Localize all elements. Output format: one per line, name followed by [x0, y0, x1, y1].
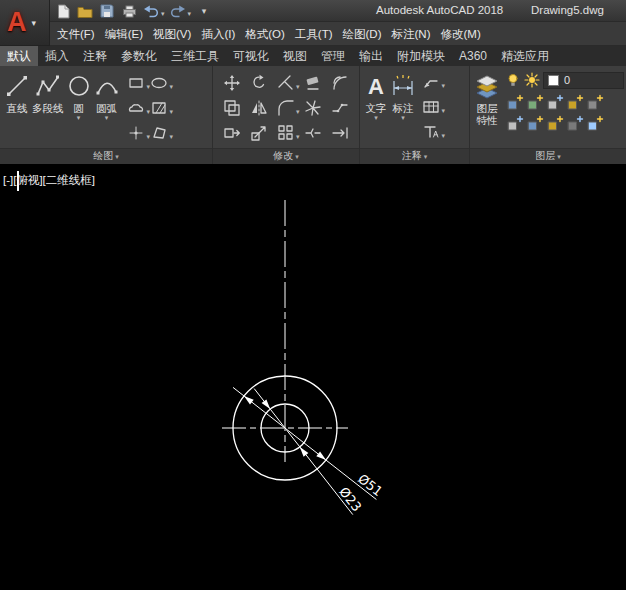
layer-previous-icon[interactable]: [504, 113, 526, 135]
rotate-icon[interactable]: [248, 72, 270, 94]
menu-item-dimension[interactable]: 标注(N): [387, 22, 436, 46]
tab-default[interactable]: 默认: [0, 46, 38, 66]
layer-off-icon[interactable]: [584, 92, 606, 114]
tab-a360[interactable]: A360: [452, 46, 494, 66]
tab-addins[interactable]: 附加模块: [390, 46, 452, 66]
layer-on-bulb-icon[interactable]: [505, 72, 521, 88]
modify-grid: [218, 70, 353, 145]
layer-select-dropdown[interactable]: 0: [543, 72, 624, 89]
explode-icon[interactable]: [302, 97, 324, 119]
panel-footer-layers[interactable]: 图层: [470, 148, 626, 164]
region-icon[interactable]: [148, 122, 170, 144]
layer-lock-icon[interactable]: [564, 92, 586, 114]
redo-dropdown-icon[interactable]: [187, 2, 192, 20]
layer-state-icon[interactable]: [564, 113, 586, 135]
layer-unlock-icon[interactable]: [584, 113, 606, 135]
layer-thaw-sun-icon[interactable]: [524, 72, 540, 88]
trim-icon[interactable]: [275, 72, 297, 94]
menu-item-draw[interactable]: 绘图(D): [338, 22, 387, 46]
open-file-icon[interactable]: [76, 2, 94, 20]
layer-properties-button[interactable]: 图层 特性: [474, 70, 500, 126]
menu-item-edit[interactable]: 编辑(E): [100, 22, 148, 46]
title-bar: Autodesk AutoCAD 2018 Drawing5.dwg: [0, 0, 626, 22]
rectangle-icon[interactable]: [125, 72, 147, 94]
layer-isolate-icon[interactable]: [524, 92, 546, 114]
drawing-viewport[interactable]: [-][俯视][二维线框] Ø51 Ø23: [0, 164, 626, 590]
join-icon[interactable]: [329, 97, 351, 119]
scale-icon[interactable]: [248, 122, 270, 144]
redo-button[interactable]: [169, 2, 192, 20]
svg-text:A: A: [368, 74, 384, 99]
new-file-icon[interactable]: [54, 2, 72, 20]
copy-icon[interactable]: [221, 97, 243, 119]
panel-footer-annotation[interactable]: 注释: [360, 148, 469, 164]
point-icon[interactable]: [125, 122, 147, 144]
offset-icon[interactable]: [329, 72, 351, 94]
array-icon[interactable]: [275, 122, 297, 144]
menu-bar: 文件(F) 编辑(E) 视图(V) 插入(I) 格式(O) 工具(T) 绘图(D…: [0, 22, 626, 46]
layer-walk-icon[interactable]: [544, 113, 566, 135]
layer-merge-icon[interactable]: [524, 113, 546, 135]
qat-more-icon[interactable]: [195, 2, 213, 20]
hatch-icon[interactable]: [148, 97, 170, 119]
tab-insert[interactable]: 插入: [38, 46, 76, 66]
break-icon[interactable]: [302, 122, 324, 144]
text-style-icon[interactable]: [420, 121, 442, 143]
menu-item-file[interactable]: 文件(F): [52, 22, 100, 46]
circle-button[interactable]: 圆: [66, 70, 92, 122]
move-icon[interactable]: [221, 72, 243, 94]
autocad-window: Autodesk AutoCAD 2018 Drawing5.dwg A ▾ 文…: [0, 0, 626, 590]
app-menu-caret-icon: ▾: [32, 18, 37, 28]
layer-match-icon[interactable]: [504, 92, 526, 114]
table-icon[interactable]: [420, 96, 442, 118]
plot-icon[interactable]: [120, 2, 138, 20]
app-title: Autodesk AutoCAD 2018: [376, 4, 503, 16]
app-menu-button[interactable]: A ▾: [0, 0, 50, 46]
lengthen-icon[interactable]: [329, 122, 351, 144]
undo-button[interactable]: [142, 2, 165, 20]
polyline-button[interactable]: 多段线: [32, 70, 64, 114]
mirror-icon[interactable]: [248, 97, 270, 119]
ribbon-tab-bar: 默认 插入 注释 参数化 三维工具 可视化 视图 管理 输出 附加模块 A360…: [0, 46, 626, 66]
panel-footer-modify[interactable]: 修改: [213, 148, 359, 164]
undo-icon: [142, 2, 160, 20]
save-icon[interactable]: [98, 2, 116, 20]
panel-footer-draw[interactable]: 绘图: [0, 148, 212, 164]
leader-icon[interactable]: [420, 71, 442, 93]
text-button[interactable]: A 文字: [364, 70, 388, 122]
line-icon: [4, 70, 30, 101]
layer-tools-grid: [505, 92, 624, 134]
erase-icon[interactable]: [302, 72, 324, 94]
tab-view[interactable]: 视图: [276, 46, 314, 66]
tab-featured-apps[interactable]: 精选应用: [494, 46, 556, 66]
viewport-controls-label[interactable]: [-][俯视][二维线框]: [3, 173, 95, 188]
outer-diameter-dim-line: [233, 387, 376, 499]
revision-cloud-icon[interactable]: [125, 97, 147, 119]
menu-item-tools[interactable]: 工具(T): [290, 22, 338, 46]
fillet-icon[interactable]: [275, 97, 297, 119]
menu-item-insert[interactable]: 插入(I): [196, 22, 240, 46]
undo-dropdown-icon[interactable]: [160, 2, 165, 20]
tab-output[interactable]: 输出: [352, 46, 390, 66]
ellipse-icon[interactable]: [148, 72, 170, 94]
text-icon: A: [364, 70, 388, 101]
annotation-flyout-column: [420, 70, 442, 143]
tab-manage[interactable]: 管理: [314, 46, 352, 66]
menu-item-view[interactable]: 视图(V): [148, 22, 196, 46]
menu-item-format[interactable]: 格式(O): [240, 22, 290, 46]
line-button[interactable]: 直线: [4, 70, 30, 114]
circle-icon: [66, 70, 92, 101]
tab-visualize[interactable]: 可视化: [226, 46, 276, 66]
ribbon-panel-annotation: A 文字 标注 注释: [360, 66, 470, 164]
tab-parametric[interactable]: 参数化: [114, 46, 164, 66]
arc-button[interactable]: 圆弧: [94, 70, 120, 122]
layer-freeze-icon[interactable]: [544, 92, 566, 114]
draw-flyout-grid: [125, 70, 171, 145]
stretch-icon[interactable]: [221, 122, 243, 144]
menu-item-modify[interactable]: 修改(M): [435, 22, 485, 46]
drawing-canvas[interactable]: Ø51 Ø23: [0, 164, 626, 590]
dimension-button[interactable]: 标注: [390, 70, 416, 122]
tab-annotate[interactable]: 注释: [76, 46, 114, 66]
tab-3d-tools[interactable]: 三维工具: [164, 46, 226, 66]
polyline-icon: [35, 70, 61, 101]
